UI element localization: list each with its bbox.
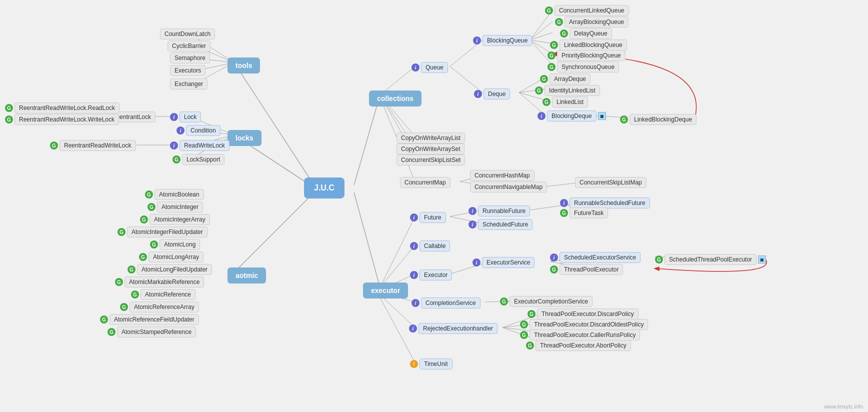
locksupport-label: LockSupport [182,154,224,165]
asr-icon: G [108,328,116,336]
ar-label: AtomicReference [140,289,196,300]
mindmap-container: J.U.C tools CountDownLatch CyclicBarrier… [0,0,868,412]
dq-label: DelayQueue [570,28,612,39]
exec-label: Executor [420,270,452,280]
center-node: J.U.C [304,178,344,198]
abq-label: ArrayBlockingQueue [564,16,628,28]
aia-label: AtomicIntegerArray [150,214,210,225]
rf-label: RunnableFuture [478,206,530,216]
svg-line-0 [234,62,314,185]
bd-img-icon: ▦ [598,112,606,120]
crp-icon: G [520,331,528,339]
ai-icon: G [148,203,156,211]
amr-label: AtomicMarkableReference [124,276,204,288]
pbq-label: PriorityBlockingQueue [557,50,626,61]
dop-icon: G [520,320,528,328]
aia-icon: G [140,216,148,224]
dop-label: ThreadPoolExecutor.DiscardOldestPolicy [530,319,648,330]
rsf-icon-i: i [560,199,568,207]
es-label: ExecutorService [482,257,534,268]
scheduledthreadpoolexecutor: G ScheduledThreadPoolExecutor ▦ [655,254,766,265]
readwritelock-write: G ReentrantReadWriteLock.WriteLock [5,114,119,125]
rr-label: ReentrantReadWriteLock [60,140,136,151]
tu-icon-o: ! [410,360,418,368]
exec-icon-i: i [410,271,418,279]
dp-icon: G [528,310,536,318]
al-icon: G [150,240,158,248]
callable-label: Callable [420,240,450,252]
svg-line-4 [354,192,380,288]
reh-icon-i: i [409,324,417,332]
ill-icon: G [535,86,543,94]
cyclicbarrier-label: CyclicBarrier [168,40,210,52]
readwritelock-label: ReadWriteLock [180,140,230,151]
readwritelock-node: i ReadWriteLock [170,140,230,151]
bq-icon-i: i [473,36,481,44]
arraydeque: G ArrayDeque [540,74,590,84]
arrayblockingqueue: G ArrayBlockingQueue [555,16,628,28]
lbq-icon: G [550,41,558,49]
ll-label: LinkedList [552,96,588,108]
atomic-integer: G AtomicInteger [148,202,203,212]
es-icon-i: i [472,258,480,266]
runnablescheduledfuture: i RunnableScheduledFuture [560,198,650,208]
svg-line-3 [354,95,380,185]
reh-label: RejectedExecutionhandler [418,323,498,334]
tools-cyclicbarrier: CyclicBarrier [168,40,210,52]
blockingqueue-node: i BlockingQueue [473,35,532,46]
countdownlatch-label: CountDownLatch [160,28,215,40]
atomic-long: G AtomicLong [150,239,200,250]
aifu-icon: G [118,228,126,236]
cnm-label: ConcurrentNavigableMap [470,182,547,192]
svg-line-23 [530,32,552,40]
clq-label: ConcurrentLinkedQueue [554,5,629,16]
pbq-icon: G [548,52,556,60]
lock-label: Lock [180,112,201,122]
ses-icon-i: i [550,254,558,262]
atomic-reference: G AtomicReference [131,289,196,300]
arfu-label: AtomicReferenceFieldUpdater [110,314,199,325]
watermark: www.imxylz.info [824,404,863,410]
lbq-label: LinkedBlockingQueue [560,40,627,50]
queue-node: i Queue [412,62,448,73]
cs-icon-i: i [412,299,420,307]
ses-label: ScheduledExecutorService [560,252,640,263]
ar-icon: G [131,290,139,298]
ecs-icon: G [500,298,508,306]
deque-node: i Deque [474,88,510,100]
readwritelock-icon-i: i [170,142,178,150]
tpe-label: ThreadPoolExecutor [560,264,623,275]
scheduledfuture-node: i ScheduledFuture [468,219,532,230]
concurrentmap-node: ConcurrentMap [400,177,450,188]
tools-executors: Executors [170,65,206,76]
atomic-long-array: G AtomicLongArray [139,252,204,262]
ai-label: AtomicInteger [157,202,203,212]
concurrentlinkedqueue: G ConcurrentLinkedQueue [545,5,629,16]
cs-label: CompletionService [421,298,480,308]
readwritelock-read-label: ReentrantReadWriteLock.ReadLock [14,102,120,114]
rf-icon-i: i [468,207,476,215]
dq-icon: G [560,30,568,38]
chm-label: ConcurrentHashMap [470,170,534,181]
collections-label: collections [369,90,422,106]
tpe-icon: G [550,266,558,274]
ad-label: ArrayDeque [550,74,590,84]
condition-node: i Condition [176,125,220,136]
svg-line-24 [530,40,552,44]
discard-policy: G ThreadPoolExecutor.DiscardPolicy [528,308,638,320]
lock-icon-i: i [170,113,178,121]
stpe-img-icon: ▦ [758,256,766,264]
abort-policy: G ThreadPoolExecutor.AbortPolicy [526,340,631,351]
atomic-boolean: G AtomicBoolean [145,189,204,200]
semaphore-label: Semaphore [170,52,210,64]
svg-line-22 [530,22,552,40]
reentrantreadwritelock-node: G ReentrantReadWriteLock [50,140,136,151]
tools-label: tools [228,58,260,74]
ap-label: ThreadPoolExecutor.AbortPolicy [536,340,631,351]
future-node: i Future [410,212,446,223]
csls-label: ConcurrentSkipListSet [396,154,465,166]
dp-label: ThreadPoolExecutor.DiscardPolicy [537,308,638,320]
locks-branch: locks [228,130,262,146]
readwritelock-read: G ReentrantReadWriteLock.ReadLock [5,102,120,114]
executorcompletionservice: G ExecutorCompletionService [500,296,592,307]
